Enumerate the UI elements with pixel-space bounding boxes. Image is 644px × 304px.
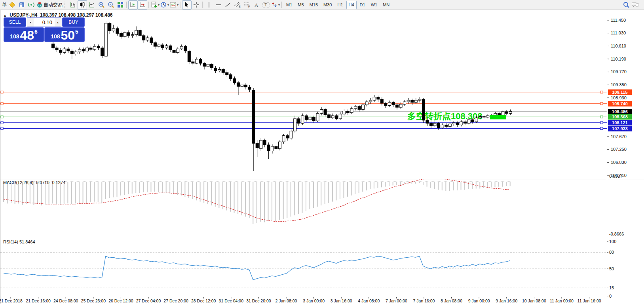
svg-text:T: T [264,2,267,7]
text-button[interactable]: A [252,0,261,10]
volume-decrease-button[interactable]: ▼ [27,18,34,27]
timeframe-button-w1[interactable]: W1 [369,1,380,9]
time-axis-label: 7 Jan 16:00 [413,298,435,303]
price-line-badge[interactable]: 108.740 [608,101,632,106]
timeframe-button-m5[interactable]: M5 [295,1,306,9]
signal-button[interactable] [27,0,36,10]
time-axis-label: 10 Jan 08:00 [522,298,546,303]
market-watch-icon [9,2,15,8]
macd-min-label: -0.8666 [609,232,624,236]
time-axis-label: 31 Dec 04:00 [219,298,243,303]
tile-windows-button[interactable] [116,0,125,10]
indicators-icon [151,2,157,8]
time-axis-label: 3 Jan 00:00 [303,298,325,303]
time-axis-label: 2 Jan 08:00 [275,298,297,303]
spinner-down-icon: ▼ [29,21,32,24]
macd-name: MACD(12,26,9) [3,180,33,185]
timeframe-button-m1[interactable]: M1 [284,1,294,9]
chart-bars-button[interactable] [68,0,78,10]
search-button[interactable] [621,0,631,10]
timeframe-button-m30[interactable]: M30 [321,1,334,9]
fibonacci-icon: F [243,2,251,8]
price-tick-label: 106.410 [611,173,627,178]
buy-price-prefix: 108 [51,33,60,40]
channel-icon: E [234,2,241,8]
horizontal-line-button[interactable] [214,0,223,10]
rsi-tick-label: 15 [609,285,614,290]
timeframe-button-mn[interactable]: MN [380,1,392,9]
level-lines [0,91,607,130]
trendline-button[interactable] [223,0,233,10]
text-label-icon: T [262,2,270,8]
price-axis-border [607,10,607,297]
zoom-out-button[interactable] [106,0,116,10]
sell-price-button[interactable]: 108486 [4,27,44,42]
market-watch-button[interactable] [8,0,17,10]
price-line-badge[interactable]: 107.933 [608,126,632,131]
price-tick-label: 109.350 [611,82,627,87]
timeframe-button-m15[interactable]: M15 [307,1,320,9]
dropdown-icon[interactable]: ▾ [167,3,169,7]
rsi-tick-label: 0 [609,294,612,298]
arrows-button[interactable]: ▾ [271,0,280,10]
svg-text:F: F [248,5,250,8]
auto-scroll-button[interactable] [128,0,138,10]
buy-price-button[interactable]: 108505 [44,27,85,42]
chat-icon [632,1,640,8]
buy-button[interactable]: BUY [62,17,85,27]
macd-values: -0.0710 -0.1274 [34,180,65,185]
volume-increase-button[interactable]: ▲ [55,18,61,27]
macd-panel-splitter[interactable] [0,178,644,179]
price-line-badge[interactable]: 108.308 [608,114,632,120]
price-line-badge[interactable]: 108.121 [608,120,632,125]
chart-line-button[interactable] [87,0,97,10]
macd-label: MACD(12,26,9) -0.0710 -0.1274 [3,180,65,185]
chart-window[interactable]: 多空转折点108.308 ▲ USDJPY-,H4 108.397 108.49… [0,10,644,304]
crosshair-button[interactable] [192,0,201,10]
svg-text:E: E [239,5,241,8]
new-order-label[interactable]: 单 [1,2,8,8]
cursor-button[interactable] [182,0,192,10]
price-tick-label: 111.030 [611,30,626,35]
dropdown-icon[interactable]: ▾ [177,3,179,7]
price-tick-label: 107.670 [611,134,627,139]
templates-button[interactable]: ▾ [169,0,179,10]
price-tick-label: 106.830 [611,160,627,165]
toolbar-separator [202,2,203,8]
dropdown-icon[interactable]: ▾ [158,3,160,7]
chart-line-icon [89,2,95,8]
fibonacci-button[interactable]: F [242,0,252,10]
periods-button[interactable]: ▾ [160,0,169,10]
volume-input[interactable]: 0.10 [34,18,55,27]
sell-button[interactable]: SELL [4,17,26,27]
text-label-button[interactable]: T [261,0,271,10]
zoom-in-button[interactable] [97,0,106,10]
cursor-icon [184,2,190,8]
rsi-tick-label: 100 [609,239,616,244]
timeframe-button-h1[interactable]: H1 [335,1,345,9]
chart-candles-button[interactable] [78,0,87,10]
price-line-badge[interactable]: 108.486 [608,109,632,114]
rsi-panel-splitter[interactable] [0,237,644,238]
chart-candles-icon [79,2,85,8]
price-line-badge[interactable]: 109.115 [608,89,632,95]
chart-title: ▲ USDJPY-,H4 108.397 108.498 108.297 108… [3,12,112,18]
toolbar-separator [126,2,127,8]
indicators-button[interactable]: ▾ [150,0,160,10]
timeframe-button-d1[interactable]: D1 [357,1,368,9]
autotrading-button[interactable]: 自动交易 [36,0,64,10]
dropdown-icon[interactable]: ▾ [278,3,280,7]
time-axis-border [0,297,644,297]
vertical-line-button[interactable] [204,0,214,10]
horizontal-line-icon [215,2,222,8]
time-axis-label: 26 Dec 12:00 [108,298,133,303]
collapse-arrow-icon[interactable]: ▲ [3,13,7,17]
time-axis-label: 7 Jan 00:00 [386,298,407,303]
data-window-button[interactable] [17,0,27,10]
zoom-in-icon [98,2,105,8]
time-axis-label: 3 Jan 16:00 [331,298,352,303]
chart-shift-button[interactable] [138,0,147,10]
channel-button[interactable]: E [233,0,242,10]
chat-button[interactable] [631,0,640,10]
timeframe-button-h4[interactable]: H4 [346,1,357,9]
